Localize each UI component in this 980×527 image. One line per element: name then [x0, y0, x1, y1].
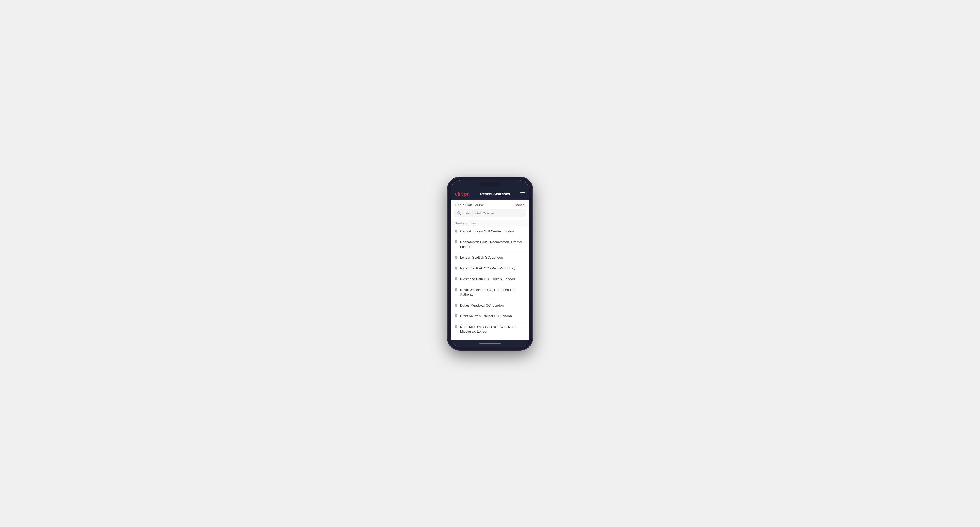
list-item[interactable]: Brent Valley Municipal GC, London: [450, 311, 530, 322]
list-item[interactable]: Dukes Meadows GC, London: [450, 300, 530, 311]
phone-screen: clippd Recent Searches Find a Golf Cours…: [450, 180, 530, 347]
app-header: clippd Recent Searches: [450, 188, 530, 200]
course-name: Central London Golf Centre, London: [460, 229, 514, 234]
list-item[interactable]: North Middlesex GC (1011942 - North Midd…: [450, 322, 530, 337]
location-pin-icon: [455, 240, 458, 244]
location-pin-icon: [455, 303, 458, 308]
course-name: Richmond Park GC - Prince's, Surrey: [460, 266, 515, 271]
search-container: 🔍: [450, 209, 530, 220]
home-indicator: [450, 340, 530, 347]
header-title: Recent Searches: [480, 192, 510, 196]
location-pin-icon: [455, 267, 458, 271]
course-name: Dukes Meadows GC, London: [460, 303, 504, 308]
phone-wrapper: clippd Recent Searches Find a Golf Cours…: [447, 177, 533, 350]
content-area: Find a Golf Course Cancel 🔍 Nearby cours…: [450, 200, 530, 340]
course-name: Richmond Park GC - Duke's, London: [460, 277, 515, 282]
list-item[interactable]: London Scottish GC, London: [450, 252, 530, 264]
nearby-section-label: Nearby courses: [450, 220, 530, 226]
notch: [479, 182, 501, 187]
list-item[interactable]: Roehampton Club - Roehampton, Greater Lo…: [450, 237, 530, 252]
course-name: Royal Wimbledon GC, Great London Authori…: [460, 288, 525, 297]
list-item[interactable]: Central London Golf Centre, London: [450, 226, 530, 237]
home-bar: [479, 343, 501, 344]
list-item[interactable]: Coombe Hill GC, Kingston upon Thames: [450, 337, 530, 340]
course-name: North Middlesex GC (1011942 - North Midd…: [460, 325, 525, 334]
location-pin-icon: [455, 325, 458, 329]
list-item[interactable]: Royal Wimbledon GC, Great London Authori…: [450, 285, 530, 300]
location-pin-icon: [455, 230, 458, 234]
course-name: Roehampton Club - Roehampton, Greater Lo…: [460, 240, 525, 249]
find-bar: Find a Golf Course Cancel: [450, 200, 530, 209]
search-box[interactable]: 🔍: [454, 209, 526, 217]
list-item[interactable]: Richmond Park GC - Duke's, London: [450, 274, 530, 285]
location-pin-icon: [455, 288, 458, 292]
location-pin-icon: [455, 277, 458, 281]
menu-icon[interactable]: [520, 192, 525, 195]
phone-frame: clippd Recent Searches Find a Golf Cours…: [447, 177, 533, 350]
course-list: Central London Golf Centre, London Roeha…: [450, 226, 530, 340]
location-pin-icon: [455, 256, 458, 260]
search-input[interactable]: [463, 211, 523, 215]
course-name: Brent Valley Municipal GC, London: [460, 314, 512, 319]
app-logo: clippd: [455, 191, 470, 197]
search-icon: 🔍: [457, 211, 461, 215]
location-pin-icon: [455, 314, 458, 319]
find-label: Find a Golf Course: [455, 203, 484, 207]
cancel-button[interactable]: Cancel: [514, 203, 525, 207]
notch-area: [450, 180, 530, 188]
list-item[interactable]: Richmond Park GC - Prince's, Surrey: [450, 264, 530, 274]
course-name: London Scottish GC, London: [460, 256, 503, 260]
